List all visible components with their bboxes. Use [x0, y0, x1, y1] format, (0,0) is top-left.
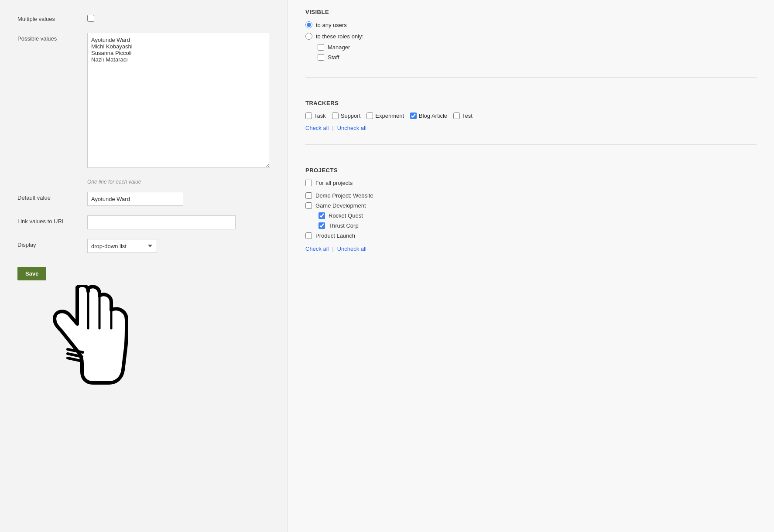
link-url-input[interactable] [87, 215, 236, 229]
possible-values-textarea[interactable]: Ayotunde Ward Michi Kobayashi Susanna Pi… [87, 33, 270, 168]
multiple-values-row: Multiple values [17, 13, 270, 23]
project-product-launch-checkbox[interactable] [305, 232, 312, 239]
project-game-dev-checkbox[interactable] [305, 202, 312, 209]
projects-title: PROJECTS [305, 167, 757, 174]
default-value-control [87, 192, 270, 206]
multiple-values-checkbox[interactable] [87, 15, 94, 22]
project-rocket-quest-label: Rocket Quest [329, 212, 363, 219]
svg-line-2 [68, 358, 82, 361]
staff-row: Staff [318, 54, 757, 61]
default-value-row: Default value [17, 192, 270, 206]
visible-roles-only-row: to these roles only: [305, 33, 757, 40]
projects-check-links: Check all | Uncheck all [305, 245, 757, 252]
for-all-projects-row: For all projects [305, 180, 757, 186]
possible-values-row: Possible values Ayotunde Ward Michi Koba… [17, 33, 270, 169]
visible-roles-only-radio[interactable] [305, 33, 312, 40]
manager-row: Manager [318, 44, 757, 51]
for-all-projects-checkbox[interactable] [305, 180, 312, 186]
multiple-values-label: Multiple values [17, 13, 87, 22]
project-thrust-corp-checkbox[interactable] [319, 222, 325, 229]
project-product-launch-label: Product Launch [315, 232, 355, 239]
display-select[interactable]: drop-down list check box radio buttons [87, 239, 157, 253]
link-url-label: Link values to URL [17, 215, 87, 225]
project-rocket-quest-checkbox[interactable] [319, 212, 325, 219]
trackers-check-all-link[interactable]: Check all [305, 125, 329, 131]
projects-check-all-link[interactable]: Check all [305, 246, 329, 252]
tracker-experiment-label: Experiment [375, 113, 404, 119]
staff-label: Staff [328, 54, 339, 61]
hand-pointer-icon [13, 285, 135, 389]
staff-checkbox[interactable] [318, 54, 324, 61]
project-list: Demo Project: Website Game Development R… [305, 192, 757, 239]
default-value-label: Default value [17, 192, 87, 201]
tracker-task: Task [305, 113, 326, 119]
project-product-launch: Product Launch [305, 232, 757, 239]
visible-roles-only-label: to these roles only: [316, 33, 363, 40]
for-all-projects-label: For all projects [315, 180, 353, 186]
manager-label: Manager [328, 44, 350, 51]
tracker-blog-article: Blog Article [410, 113, 447, 119]
project-thrust-corp: Thrust Corp [319, 222, 757, 229]
default-value-input[interactable] [87, 192, 183, 206]
tracker-blog-article-label: Blog Article [419, 113, 447, 119]
project-game-dev: Game Development [305, 202, 757, 209]
tracker-support-label: Support [341, 113, 361, 119]
project-thrust-corp-label: Thrust Corp [329, 222, 359, 229]
tracker-support-checkbox[interactable] [332, 113, 339, 119]
right-panel: VISIBLE to any users to these roles only… [288, 0, 774, 532]
visible-title: VISIBLE [305, 9, 757, 15]
display-select-wrapper: drop-down list check box radio buttons [87, 239, 157, 253]
divider-1 [305, 91, 757, 91]
divider-2 [305, 158, 757, 158]
save-button[interactable]: Save [17, 267, 46, 280]
tracker-experiment: Experiment [366, 113, 404, 119]
project-demo-website-label: Demo Project: Website [315, 192, 373, 199]
hand-icon-container [13, 285, 270, 391]
tracker-test-label: Test [462, 113, 473, 119]
tracker-task-label: Task [314, 113, 326, 119]
possible-values-label: Possible values [17, 33, 87, 42]
visible-any-users-row: to any users [305, 21, 757, 28]
trackers-section: TRACKERS Task Support Experiment Blog Ar… [305, 100, 757, 145]
tracker-test-checkbox[interactable] [453, 113, 460, 119]
project-rocket-quest: Rocket Quest [319, 212, 757, 219]
display-row: Display drop-down list check box radio b… [17, 239, 270, 253]
project-demo-website: Demo Project: Website [305, 192, 757, 199]
left-panel: Multiple values Possible values Ayotunde… [0, 0, 288, 532]
project-game-dev-label: Game Development [315, 202, 366, 209]
projects-pipe: | [332, 246, 333, 252]
project-demo-website-checkbox[interactable] [305, 192, 312, 199]
visible-section: VISIBLE to any users to these roles only… [305, 9, 757, 78]
trackers-pipe: | [332, 125, 333, 131]
display-label: Display [17, 239, 87, 248]
trackers-title: TRACKERS [305, 100, 757, 106]
multiple-values-control [87, 13, 270, 23]
display-control: drop-down list check box radio buttons [87, 239, 270, 253]
projects-uncheck-all-link[interactable]: Uncheck all [337, 246, 366, 252]
manager-checkbox[interactable] [318, 44, 324, 51]
trackers-check-links: Check all | Uncheck all [305, 124, 757, 131]
visible-any-users-radio[interactable] [305, 21, 312, 28]
link-url-row: Link values to URL [17, 215, 270, 229]
tracker-test: Test [453, 113, 473, 119]
visible-any-users-label: to any users [316, 22, 347, 28]
possible-values-control: Ayotunde Ward Michi Kobayashi Susanna Pi… [87, 33, 270, 169]
tracker-experiment-checkbox[interactable] [366, 113, 373, 119]
roles-group: Manager Staff [318, 44, 757, 61]
link-url-control [87, 215, 270, 229]
tracker-blog-article-checkbox[interactable] [410, 113, 417, 119]
trackers-row: Task Support Experiment Blog Article Tes… [305, 113, 757, 119]
projects-section: PROJECTS For all projects Demo Project: … [305, 167, 757, 265]
tracker-task-checkbox[interactable] [305, 113, 312, 119]
tracker-support: Support [332, 113, 361, 119]
trackers-uncheck-all-link[interactable]: Uncheck all [337, 125, 366, 131]
possible-values-hint: One line for each value [87, 179, 270, 185]
